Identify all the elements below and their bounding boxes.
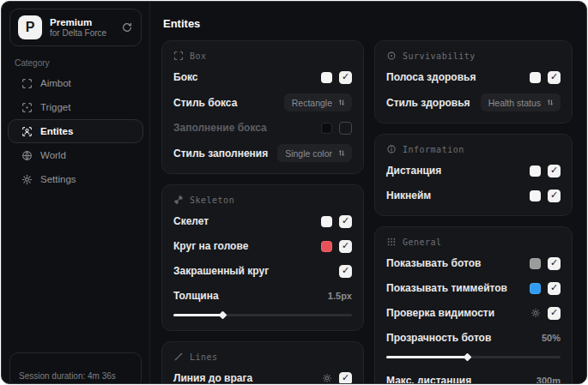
refresh-icon[interactable] <box>121 21 133 33</box>
panel-general: General Показывать ботов Показывать тимм… <box>374 226 573 383</box>
setting-row-health-style: Стиль здоровья Health status <box>386 93 561 111</box>
gear-icon <box>21 174 33 185</box>
setting-row-max-distance: Макс. дистанция 300m <box>386 372 561 383</box>
checkbox[interactable] <box>548 189 561 202</box>
panel-header-label: Box <box>190 51 207 61</box>
color-swatch[interactable] <box>321 241 332 252</box>
globe-icon <box>21 150 33 161</box>
checkbox[interactable] <box>548 282 561 295</box>
color-swatch[interactable] <box>530 190 541 202</box>
setting-row-health-bar: Полоса здоровья <box>386 69 561 86</box>
checkbox[interactable] <box>339 71 352 84</box>
checkbox[interactable] <box>339 265 352 278</box>
checkbox[interactable] <box>339 240 352 253</box>
setting-row-thickness: Толщина 1.5px <box>173 287 352 304</box>
brand-card: P Premium for Delta Force <box>9 9 142 46</box>
max-distance-value: 300m <box>536 376 561 383</box>
panel-header-label: Survivability <box>403 51 476 61</box>
main-content: Entites Box Бокс <box>150 2 586 383</box>
panel-header-label: Information <box>403 145 464 154</box>
sidebar-item-aimbot[interactable]: Aimbot <box>8 71 143 95</box>
box-style-dropdown[interactable]: Rectangle <box>284 93 352 111</box>
dots-grid-icon <box>386 237 397 247</box>
brand-logo: P <box>18 15 42 39</box>
setting-row-skeleton: Скелет <box>173 213 352 230</box>
setting-row-distance: Дистанция <box>386 162 561 179</box>
sidebar-item-label: Aimbot <box>40 78 71 88</box>
setting-row-show-teammates: Показывать тиммейтов <box>386 280 561 297</box>
person-scan-icon <box>21 126 33 137</box>
circle-dot-icon <box>386 51 397 61</box>
sidebar-item-label: Entites <box>40 126 73 136</box>
slider-thumb[interactable] <box>219 311 227 320</box>
checkbox[interactable] <box>339 122 352 135</box>
sidebar-item-trigget[interactable]: Trigget <box>8 95 143 119</box>
panel-survivability: Survivability Полоса здоровья Стиль здор… <box>374 40 573 123</box>
checkbox[interactable] <box>548 71 561 84</box>
panel-box: Box Бокс Стиль бокса Rectangle <box>161 40 364 174</box>
sidebar-item-label: World <box>40 150 66 160</box>
setting-row-box-style: Стиль бокса Rectangle <box>173 93 352 111</box>
updown-arrows-icon <box>337 148 346 158</box>
checkbox[interactable] <box>548 257 561 270</box>
color-swatch[interactable] <box>530 258 541 269</box>
thickness-slider[interactable] <box>173 311 352 319</box>
session-duration-text: Session duration: 4m 36s <box>19 371 116 381</box>
panel-header-label: General <box>403 238 442 247</box>
setting-row-filled-circle: Закрашенный круг <box>173 262 352 280</box>
health-style-dropdown[interactable]: Health status <box>481 93 561 111</box>
updown-arrows-icon <box>546 98 555 107</box>
sidebar-item-label: Trigget <box>40 102 70 112</box>
checkbox[interactable] <box>339 372 352 384</box>
scan-brackets-icon <box>173 51 184 61</box>
checkbox[interactable] <box>548 165 561 177</box>
color-swatch[interactable] <box>321 72 332 83</box>
bot-opacity-slider[interactable] <box>386 353 561 361</box>
color-swatch[interactable] <box>530 72 541 83</box>
sidebar: P Premium for Delta Force Category Aimbo… <box>2 2 150 383</box>
panel-header-label: Lines <box>190 352 218 362</box>
bone-icon <box>173 195 184 205</box>
color-swatch[interactable] <box>530 283 541 294</box>
visibility-settings-gear-icon[interactable] <box>530 308 541 318</box>
crosshair-scan-icon <box>21 78 33 89</box>
slider-thumb[interactable] <box>464 353 472 362</box>
sidebar-item-settings[interactable]: Settings <box>8 167 143 191</box>
thickness-value: 1.5px <box>328 291 352 301</box>
diagonal-line-icon <box>173 352 184 362</box>
info-icon <box>386 144 397 154</box>
checkbox[interactable] <box>548 307 561 320</box>
setting-row-visibility-check: Проверка видимости <box>386 304 561 322</box>
category-label: Category <box>15 58 149 68</box>
sidebar-nav: Aimbot Trigget <box>2 71 149 191</box>
setting-row-box-fill: Заполнение бокса <box>173 119 352 136</box>
line-settings-gear-icon[interactable] <box>322 373 332 383</box>
crosshair-dot-icon <box>21 102 33 113</box>
sidebar-item-label: Settings <box>40 174 76 184</box>
checkbox[interactable] <box>339 215 352 228</box>
setting-row-box: Бокс <box>173 69 352 86</box>
brand-title: Premium <box>50 16 113 28</box>
bot-opacity-value: 50% <box>542 333 561 343</box>
fill-style-dropdown[interactable]: Single color <box>277 144 352 162</box>
sidebar-item-entites[interactable]: Entites <box>8 119 143 143</box>
page-title: Entites <box>163 17 573 30</box>
color-swatch[interactable] <box>321 123 332 134</box>
session-duration-box: Session duration: 4m 36s <box>9 352 142 384</box>
panel-lines: Lines Линия до врага <box>161 341 364 383</box>
setting-row-fill-style: Стиль заполнения Single color <box>173 144 352 162</box>
setting-row-enemy-line: Линия до врага <box>173 370 352 383</box>
setting-row-bot-opacity: Прозрачность ботов 50% <box>386 329 561 346</box>
panel-skeleton: Skeleton Скелет Круг на голове <box>161 184 364 331</box>
color-swatch[interactable] <box>530 165 541 177</box>
color-swatch[interactable] <box>321 216 332 227</box>
sidebar-item-world[interactable]: World <box>8 143 143 167</box>
setting-row-nickname: Никнейм <box>386 187 561 204</box>
setting-row-show-bots: Показывать ботов <box>386 255 561 272</box>
app-window: P Premium for Delta Force Category Aimbo… <box>1 1 587 384</box>
brand-subtitle: for Delta Force <box>50 28 113 39</box>
panel-header-label: Skeleton <box>190 196 234 205</box>
panel-information: Information Дистанция Никнейм <box>374 134 573 216</box>
updown-arrows-icon <box>337 98 346 107</box>
setting-row-head-circle: Круг на голове <box>173 238 352 255</box>
